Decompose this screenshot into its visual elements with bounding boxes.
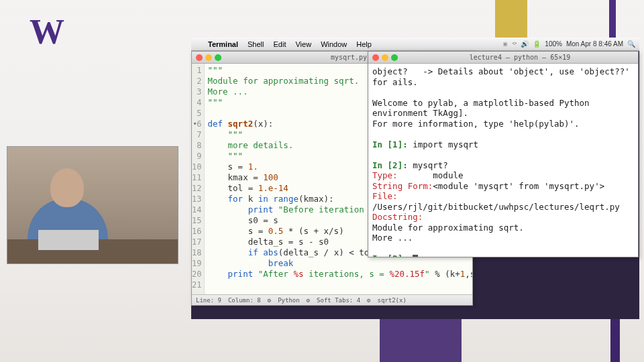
code-line[interactable] [207, 280, 472, 290]
minimize-icon[interactable] [382, 54, 388, 61]
spotlight-icon[interactable]: 🔍 [627, 40, 635, 48]
minimize-icon[interactable] [205, 54, 212, 61]
terminal-window: lecture4 — python — 65×19 object? -> Det… [368, 51, 639, 257]
code-line[interactable]: print "After %s iterations, s = %20.15f"… [207, 269, 472, 280]
editor-gutter: 123456789101112131415161718192021 [192, 64, 205, 294]
mac-menubar: Terminal ShellEditViewWindowHelp ⨳ ⌔ 🔊 🔋… [191, 38, 639, 51]
zoom-icon[interactable] [215, 54, 221, 61]
terminal-body[interactable]: object? -> Details about 'object', use '… [368, 64, 638, 257]
bluetooth-icon[interactable]: ⨳ [502, 40, 508, 48]
battery-icon[interactable]: 🔋 [533, 40, 541, 48]
status-symbol[interactable]: sqrt2(x) [378, 297, 407, 304]
menubar-item-edit[interactable]: Edit [269, 40, 291, 48]
zoom-icon[interactable] [391, 54, 398, 61]
menubar-item-shell[interactable]: Shell [243, 40, 268, 48]
decor-gold-block [495, 0, 527, 38]
menubar-item-window[interactable]: Window [316, 40, 352, 48]
editor-filename: mysqrt.py [331, 54, 367, 61]
battery-text: 100% [545, 40, 562, 48]
status-lang[interactable]: Python [278, 297, 300, 304]
terminal-title-text: lecture4 — python — 65×19 [470, 54, 571, 61]
menubar-item-help[interactable]: Help [352, 40, 376, 48]
terminal-titlebar[interactable]: lecture4 — python — 65×19 [368, 52, 638, 64]
code-line[interactable]: break [207, 258, 472, 269]
terminal-cursor [413, 255, 418, 257]
menubar-datetime: Mon Apr 8 8:46 AM [566, 40, 623, 48]
menubar-item-view[interactable]: View [290, 40, 316, 48]
wifi-icon[interactable]: ⌔ [513, 40, 517, 48]
close-icon[interactable] [196, 54, 203, 61]
uw-logo: W [30, 12, 64, 52]
status-col: Column: 8 [228, 297, 261, 304]
close-icon[interactable] [372, 54, 379, 61]
decor-purple-bar-top [609, 0, 616, 40]
editor-statusbar: Line: 9 Column: 8 ⚙ Python ⚙ Soft Tabs: … [192, 294, 472, 305]
volume-icon[interactable]: 🔊 [521, 40, 529, 48]
menubar-app[interactable]: Terminal [203, 40, 243, 48]
status-tabs[interactable]: Soft Tabs: 4 [317, 297, 360, 304]
status-line: Line: 9 [196, 297, 221, 304]
presenter-video [7, 146, 178, 264]
